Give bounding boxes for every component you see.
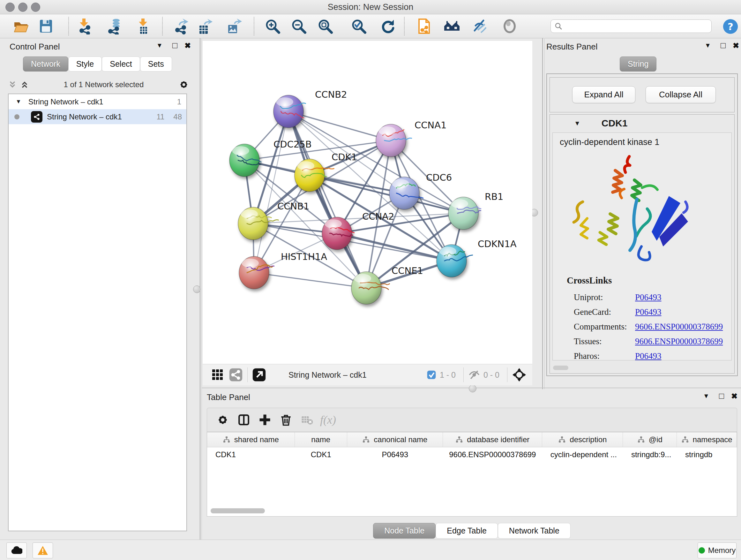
crosslink-value[interactable]: P06493 [635,293,662,302]
tab-string[interactable]: String [620,57,657,71]
tab-node-table[interactable]: Node Table [373,523,435,539]
control-panel-float-icon[interactable]: □ [172,41,178,51]
crosslink-value[interactable]: 9606.ENSP00000378699 [635,336,723,346]
network-options-gear-icon[interactable] [178,79,190,90]
control-panel-menu-icon[interactable]: ▼ [156,42,163,49]
network-node-CDC6[interactable]: CDC6 [389,172,452,209]
tab-network-table[interactable]: Network Table [498,523,570,539]
control-panel-close-icon[interactable]: ✖ [185,41,191,50]
network-edge-HIST1H1A-CCNE1[interactable] [254,273,366,288]
zoom-in-button[interactable] [264,18,281,35]
network-collection-row[interactable]: ▼ String Network – cdk1 1 [9,94,186,109]
results-panel-float-icon[interactable]: □ [721,41,726,51]
results-panel-menu-icon[interactable]: ▼ [704,42,711,49]
tab-network[interactable]: Network [23,57,68,71]
crosslink-value[interactable]: 9606.ENSP00000378699 [635,322,723,331]
open-session-button[interactable] [13,18,29,35]
home-confidence-button[interactable] [444,18,460,35]
network-edge-CCNB2-HIST1H1A[interactable] [254,111,288,273]
node-highlight [354,274,371,283]
help-button[interactable]: ? [723,18,738,35]
tab-select[interactable]: Select [102,57,140,71]
network-view-mode-icon[interactable] [229,368,243,382]
add-column-plus-icon[interactable] [254,411,275,429]
cdk1-section-header[interactable]: ▼ CDK1 [550,115,734,132]
table-hscrollbar-thumb[interactable] [211,508,265,513]
zoom-out-button[interactable] [290,18,307,35]
cell-sharedname[interactable]: CDK1 [207,447,295,462]
results-hscrollbar-thumb[interactable] [553,366,568,370]
delete-table-icon[interactable] [296,411,318,429]
save-session-button[interactable] [38,18,54,35]
grid-view-icon[interactable] [211,368,224,381]
crosslink-value[interactable]: P06493 [635,351,662,361]
collapse-all-chevrons-icon[interactable] [8,80,17,89]
table-data-row[interactable]: CDK1CDK1P064939606.ENSP00000378699cyclin… [207,447,737,462]
zoom-fit-button[interactable] [317,18,333,35]
column-header-canonicalname[interactable]: canonical name [347,432,443,447]
collapse-all-button[interactable]: Collapse All [646,86,716,103]
table-hscrollbar[interactable] [208,508,735,514]
cell-id[interactable]: stringdb:9... [623,447,677,462]
delete-column-trash-icon[interactable] [275,411,296,429]
left-splitter-handle[interactable] [193,286,201,293]
network-node-CCNA1[interactable]: CCNA1 [376,120,447,157]
show-columns-icon[interactable] [233,411,254,429]
export-image-button[interactable] [226,18,242,35]
selected-checkbox-icon[interactable] [426,370,436,380]
tree-expander-icon[interactable]: ▼ [16,98,21,105]
cell-name[interactable]: CDK1 [295,447,347,462]
search-input[interactable] [563,21,711,31]
refresh-layout-button[interactable] [380,18,396,35]
table-panel-close-icon[interactable]: ✖ [731,392,738,401]
warning-status-button[interactable] [32,543,53,558]
import-network-file-button[interactable] [76,18,92,35]
network-node-CDKN1A[interactable]: CDKN1A [436,239,517,277]
function-builder-button[interactable]: f(x) [318,411,339,429]
cloud-status-button[interactable] [6,543,27,558]
expand-all-button[interactable]: Expand All [572,86,635,103]
column-header-name[interactable]: name [295,432,347,447]
import-table-button[interactable] [135,18,151,35]
crosslink-value[interactable]: P06493 [635,307,662,317]
column-header-sharedname[interactable]: shared name [207,432,295,447]
tab-sets[interactable]: Sets [140,57,172,71]
network-node-count: 11 [156,112,164,121]
network-canvas[interactable]: CCNB2CCNA1CDC25BCDK1CDC6RB1CCNB1CCNA2CDK… [203,41,532,364]
column-header-id[interactable]: @id [623,432,677,447]
right-splitter[interactable] [542,38,543,389]
tab-edge-table[interactable]: Edge Table [435,523,498,539]
zoom-selected-button[interactable] [350,18,367,35]
tab-style[interactable]: Style [68,57,102,71]
memory-button[interactable]: Memory [697,543,737,558]
network-row-selected[interactable]: String Network – cdk1 11 48 [9,109,186,124]
hidden-eye-slash-icon[interactable] [468,369,480,380]
cdk1-expander-icon[interactable]: ▼ [574,120,581,127]
cell-namespace[interactable]: stringdb [677,447,737,462]
export-table-button[interactable] [197,18,213,35]
network-node-CCNB2[interactable]: CCNB2 [273,89,347,128]
enhanced-graphics-button[interactable] [471,18,488,35]
open-in-new-window-icon[interactable] [252,368,266,382]
column-header-databaseidentifier[interactable]: database identifier [443,432,542,447]
results-panel-close-icon[interactable]: ✖ [733,41,739,50]
pan-crosshair-icon[interactable] [512,368,527,382]
cell-canonicalname[interactable]: P06493 [347,447,443,462]
search-field[interactable] [550,19,712,33]
network-node-RB1[interactable]: RB1 [448,191,503,230]
column-header-description[interactable]: description [542,432,623,447]
crosslink-label: Pharos: [574,349,635,363]
table-settings-gear-icon[interactable] [212,411,233,429]
cdk1-section: ▼ CDK1 cyclin-dependent kinase 1 [549,114,735,374]
cell-databaseidentifier[interactable]: 9606.ENSP00000378699 [443,447,542,462]
table-panel-float-icon[interactable]: □ [719,391,724,401]
import-network-database-button[interactable] [106,18,123,35]
cell-description[interactable]: cyclin-dependent ... [542,447,623,462]
export-network-button[interactable] [173,18,190,35]
column-header-namespace[interactable]: namespace [677,432,737,447]
network-node-HIST1H1A[interactable]: HIST1H1A [239,251,327,289]
table-panel-menu-icon[interactable]: ▼ [703,392,710,400]
expand-all-chevrons-icon[interactable] [20,80,29,89]
string-import-button[interactable] [416,18,432,35]
glass-ball-disabled-icon[interactable] [501,18,518,35]
